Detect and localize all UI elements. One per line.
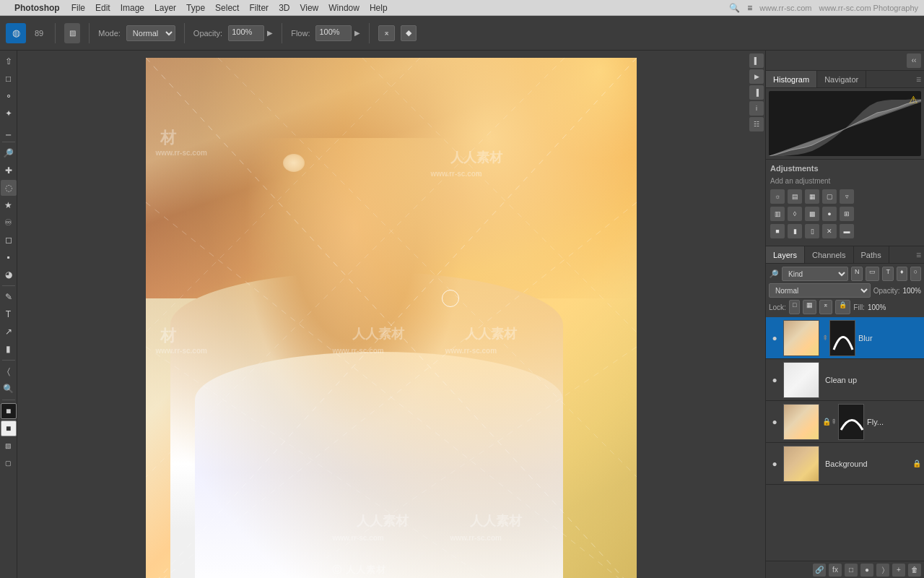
new-layer-btn[interactable]: + <box>892 564 905 577</box>
new-adj-layer-btn[interactable]: ● <box>860 564 873 577</box>
menu-view[interactable]: View <box>300 3 318 13</box>
add-mask-btn[interactable]: □ <box>845 564 858 577</box>
history-brush-tool[interactable]: ♾ <box>1 215 17 230</box>
quick-mask-btn[interactable]: ▧ <box>1 438 17 454</box>
healing-tool[interactable]: ✚ <box>1 163 17 178</box>
menu-edit[interactable]: Edit <box>95 3 110 13</box>
background-layer-visibility[interactable]: ● <box>769 459 780 469</box>
panel-collapse-btn[interactable]: ‹‹ <box>907 53 921 68</box>
mode-select[interactable]: Normal Multiply Screen <box>126 25 175 41</box>
paths-tab[interactable]: Paths <box>854 246 889 263</box>
colorlookup-adj-icon[interactable]: ■ <box>770 224 785 238</box>
menu-list-icon[interactable]: ≡ <box>747 3 752 13</box>
colorbalance-adj-icon[interactable]: ◊ <box>788 207 802 221</box>
screen-mode-btn[interactable]: ▢ <box>1 455 17 471</box>
magic-wand-tool[interactable]: ✦ <box>1 105 17 121</box>
add-style-btn[interactable]: fx <box>829 564 842 577</box>
menu-window[interactable]: Window <box>328 3 359 13</box>
menu-help[interactable]: Help <box>370 3 388 13</box>
brightness-adj-icon[interactable]: ☼ <box>770 189 785 204</box>
panel-icon-3[interactable]: ▐ <box>749 85 764 100</box>
vibrance-adj-icon[interactable]: ▿ <box>840 189 854 204</box>
move-tool[interactable]: ⇧ <box>1 53 17 69</box>
link-layers-btn[interactable]: 🔗 <box>813 564 826 577</box>
zoom-tool[interactable]: 🔍 <box>1 381 17 397</box>
layers-options-icon[interactable]: ≡ <box>916 250 924 260</box>
filter-smart-btn[interactable]: ○ <box>910 267 921 281</box>
menu-select[interactable]: Select <box>215 3 239 13</box>
filter-type-btn[interactable]: T <box>882 267 894 281</box>
canvas-container[interactable]: 材 www.rr-sc.com 人人素材 www.rr-sc.com 人人素材 … <box>146 58 637 578</box>
lasso-tool[interactable]: ⚬ <box>1 88 17 104</box>
menu-image[interactable]: Image <box>121 3 144 13</box>
filter-shape-btn[interactable]: ♦ <box>897 267 907 281</box>
threshold-adj-icon[interactable]: ✕ <box>822 224 837 238</box>
layer-item-background[interactable]: ● Background 🔒 <box>766 443 924 485</box>
blur-tool[interactable]: ◕ <box>1 267 17 282</box>
lock-position-btn[interactable]: ⌅ <box>819 300 832 314</box>
flow-arrow-icon[interactable]: ▶ <box>354 29 360 37</box>
curves-adj-icon[interactable]: ▦ <box>805 189 819 204</box>
opacity-arrow-icon[interactable]: ▶ <box>267 29 273 37</box>
histogram-tab[interactable]: Histogram <box>766 71 817 87</box>
blend-mode-select[interactable]: Normal Multiply Screen <box>769 283 871 298</box>
crop-tool[interactable]: ⎯ <box>1 123 17 139</box>
airbrush-toggle-btn[interactable]: ⌅ <box>378 25 395 41</box>
eyedropper-tool[interactable]: 🔎 <box>1 145 17 161</box>
channelmixer-adj-icon[interactable]: ⊞ <box>840 207 854 221</box>
lock-all-btn[interactable]: 🔒 <box>835 300 850 314</box>
channels-tab[interactable]: Channels <box>805 246 853 263</box>
menu-filter[interactable]: Filter <box>249 3 269 13</box>
text-tool[interactable]: T <box>1 306 17 322</box>
layer-item-blur[interactable]: ● ⇞ Blur <box>766 317 924 359</box>
fly-layer-visibility[interactable]: ● <box>769 417 780 427</box>
posterize-adj-icon[interactable]: ▯ <box>805 224 819 238</box>
menu-3d[interactable]: 3D <box>279 3 289 13</box>
blur-layer-visibility[interactable]: ● <box>769 333 780 343</box>
foreground-color[interactable]: ■ <box>1 403 17 419</box>
search-icon[interactable]: 🔍 <box>729 3 740 13</box>
menu-right: 🔍 ≡ www.rr-sc.com www.rr-sc.com Photogra… <box>729 3 918 13</box>
bw-adj-icon[interactable]: ▩ <box>805 207 819 221</box>
marquee-tool[interactable]: □ <box>1 71 17 87</box>
new-group-btn[interactable]: 〉 <box>876 564 889 577</box>
svg-line-5 <box>146 58 637 578</box>
filter-adj-btn[interactable]: ▭ <box>866 267 879 281</box>
lock-transparent-btn[interactable]: □ <box>789 300 800 314</box>
path-selection-tool[interactable]: ↗ <box>1 324 17 340</box>
panel-icon-info[interactable]: i <box>749 101 764 116</box>
menu-layer[interactable]: Layer <box>154 3 176 13</box>
levels-adj-icon[interactable]: ▤ <box>788 189 802 204</box>
panel-icon-5[interactable]: ☷ <box>749 117 764 131</box>
gradient-map-adj-icon[interactable]: ▬ <box>840 224 854 238</box>
layer-item-fly[interactable]: ● 🔒 ⇞ Fly... <box>766 401 924 443</box>
menu-type[interactable]: Type <box>186 3 205 13</box>
cleanup-layer-visibility[interactable]: ● <box>769 375 780 385</box>
clone-stamp-tool[interactable]: ★ <box>1 197 17 213</box>
menu-file[interactable]: File <box>71 3 85 13</box>
sample-btn[interactable]: ◆ <box>401 25 417 41</box>
eraser-tool[interactable]: ◻ <box>1 232 17 248</box>
panel-icon-2[interactable]: ▶ <box>749 69 764 84</box>
hand-tool[interactable]: 〈 <box>1 363 17 379</box>
hsl-adj-icon[interactable]: ▥ <box>770 207 785 221</box>
gradient-tool[interactable]: ▪ <box>1 249 17 265</box>
layer-item-cleanup[interactable]: ● Clean up <box>766 359 924 401</box>
layers-tab[interactable]: Layers <box>766 246 805 263</box>
invert-adj-icon[interactable]: ▮ <box>788 224 802 238</box>
photofilter-adj-icon[interactable]: ● <box>822 207 837 221</box>
shape-tool[interactable]: ▮ <box>1 341 17 357</box>
background-color[interactable]: ■ <box>1 420 17 436</box>
navigator-tab[interactable]: Navigator <box>817 71 866 87</box>
exposure-adj-icon[interactable]: ▢ <box>822 189 837 204</box>
histogram-options-icon[interactable]: ≡ <box>916 74 924 85</box>
filter-normal-btn[interactable]: N <box>851 267 863 281</box>
kind-select[interactable]: Kind <box>782 267 848 281</box>
brush-tool-icon[interactable]: ◍ <box>6 23 26 43</box>
lock-pixels-btn[interactable]: ▦ <box>803 300 816 314</box>
delete-layer-btn[interactable]: 🗑 <box>908 564 921 577</box>
pen-tool[interactable]: ✎ <box>1 289 17 305</box>
panel-icon-1[interactable]: ▌ <box>749 53 764 68</box>
airbrush-icon[interactable]: ▨ <box>64 23 80 43</box>
brush-tool[interactable]: ◌ <box>1 180 17 196</box>
